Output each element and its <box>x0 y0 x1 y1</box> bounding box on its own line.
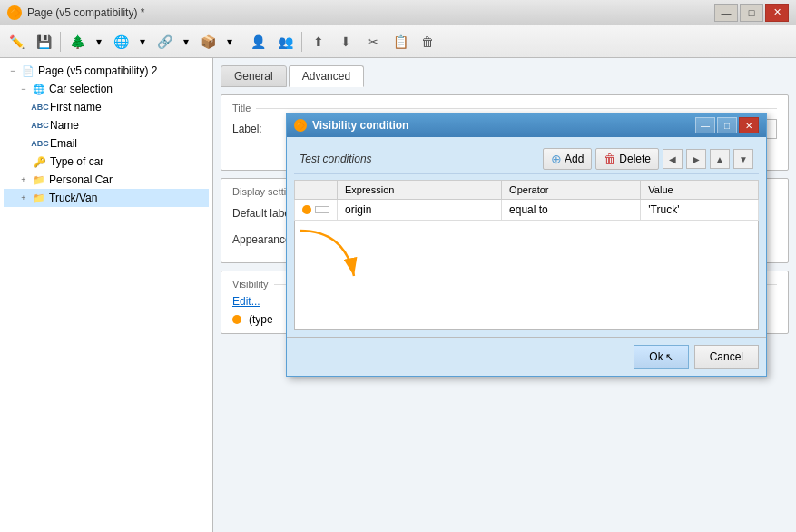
add-icon: ⊕ <box>551 152 562 166</box>
page-icon: 📄 <box>21 64 35 78</box>
condition-preview: (type <box>249 313 273 326</box>
key-icon: 🔑 <box>33 154 47 169</box>
folder-icon-2: 📁 <box>32 191 46 205</box>
dialog-title-left: 🔶 Visibility condition <box>294 119 408 132</box>
nav-left[interactable]: ◀ <box>663 149 683 169</box>
toolbar-cut[interactable]: ✂ <box>360 29 386 54</box>
expand-personal[interactable]: + <box>18 174 29 185</box>
tab-bar: General Advanced <box>221 65 789 87</box>
tree-label: Email <box>50 137 77 150</box>
dialog-close[interactable]: ✕ <box>739 117 759 133</box>
add-label: Add <box>565 153 584 165</box>
tree-label: Truck/Van <box>49 192 97 204</box>
nav-right[interactable]: ▶ <box>686 149 706 169</box>
toolbar-link-dropdown[interactable]: ▾ <box>179 33 193 51</box>
delete-label: Delete <box>619 153 651 165</box>
toolbar-person-add[interactable]: 👥 <box>272 29 298 54</box>
expand-truck[interactable]: + <box>18 192 29 203</box>
delete-condition-button[interactable]: 🗑 Delete <box>595 148 659 170</box>
add-condition-button[interactable]: ⊕ Add <box>543 148 592 170</box>
condition-table: Expression Operator Value <box>294 180 759 221</box>
toolbar-down[interactable]: ⬇ <box>333 29 359 54</box>
tree-item-email[interactable]: ABC Email <box>4 134 209 153</box>
condition-icon <box>302 205 329 214</box>
empty-area <box>294 221 759 330</box>
row-expression: origin <box>338 200 502 221</box>
abc-icon-2: ABC <box>33 118 47 133</box>
close-button[interactable]: ✕ <box>765 4 789 22</box>
table-row[interactable]: origin equal to 'Truck' <box>295 200 759 221</box>
tree-item-typeofcar[interactable]: 🔑 Type of car <box>4 153 209 171</box>
toolbar-sep1 <box>60 32 61 52</box>
ok-button[interactable]: Ok ↖ <box>634 345 688 369</box>
expand-root[interactable]: − <box>7 65 18 76</box>
dialog-icon: 🔶 <box>294 119 307 132</box>
main-layout: − 📄 Page (v5 compatibility) 2 − 🌐 Car se… <box>0 58 796 532</box>
abc-icon-3: ABC <box>33 136 47 151</box>
toolbar-edit[interactable]: ✏️ <box>4 29 29 54</box>
tree-item-personalcar[interactable]: + 📁 Personal Car <box>4 171 209 189</box>
nav-up[interactable]: ▲ <box>710 149 730 169</box>
row-operator: equal to <box>502 200 641 221</box>
dialog-title-text: Visibility condition <box>312 119 408 132</box>
expand-car[interactable]: − <box>18 84 29 94</box>
minimize-button[interactable]: — <box>714 4 738 22</box>
toolbar-box[interactable]: 📦 <box>195 29 221 54</box>
maximize-button[interactable]: □ <box>740 4 763 22</box>
edit-link[interactable]: Edit... <box>232 295 260 308</box>
right-panel: General Advanced Title Label: Display Di… <box>213 58 796 532</box>
row-value: 'Truck' <box>641 200 759 221</box>
row-indicator <box>295 200 338 221</box>
col-operator: Operator <box>502 181 641 200</box>
title-bar: 🔶 Page (v5 compatibility) * — □ ✕ <box>0 0 796 25</box>
toolbar-box-dropdown[interactable]: ▾ <box>222 33 237 51</box>
left-panel: − 📄 Page (v5 compatibility) 2 − 🌐 Car se… <box>0 58 213 532</box>
tree-root[interactable]: − 📄 Page (v5 compatibility) 2 <box>4 62 209 80</box>
main-toolbar: ✏️ 💾 🌲 ▾ 🌐 ▾ 🔗 ▾ 📦 ▾ 👤 👥 ⬆ ⬇ ✂ 📋 🗑 <box>0 25 796 58</box>
dialog-maximize[interactable]: □ <box>717 117 737 133</box>
delete-icon: 🗑 <box>604 152 616 166</box>
folder-icon-1: 📁 <box>32 172 46 187</box>
toolbar-tree[interactable]: 🌲 <box>64 29 90 54</box>
toolbar-sep3 <box>301 32 302 52</box>
tree-item-truckvan[interactable]: + 📁 Truck/Van <box>4 189 209 207</box>
toolbar-globe-dropdown[interactable]: ▾ <box>135 33 150 51</box>
nav-down[interactable]: ▼ <box>733 149 753 169</box>
tree-label: Type of car <box>50 155 103 168</box>
toolbar-up[interactable]: ⬆ <box>306 29 331 54</box>
toolbar-tree-dropdown[interactable]: ▾ <box>92 33 106 51</box>
tree-item-name[interactable]: ABC Name <box>4 116 209 134</box>
tree-item-firstname[interactable]: ABC First name <box>4 98 209 116</box>
tree-item-car-selection[interactable]: − 🌐 Car selection <box>4 80 209 98</box>
dialog-body: Test conditions ⊕ Add 🗑 Delete ◀ ▶ ▲ <box>287 137 766 337</box>
tab-general[interactable]: General <box>221 65 287 87</box>
tree-root-label: Page (v5 compatibility) 2 <box>38 64 157 77</box>
tree-label: Personal Car <box>49 173 113 186</box>
tree-label: Name <box>50 119 79 132</box>
dialog-toolbar: Test conditions ⊕ Add 🗑 Delete ◀ ▶ ▲ <box>294 144 759 174</box>
dialog-title-bar: 🔶 Visibility condition — □ ✕ <box>287 113 766 137</box>
visibility-dialog: 🔶 Visibility condition — □ ✕ Test condit… <box>286 113 767 377</box>
toolbar-person[interactable]: 👤 <box>245 29 270 54</box>
tree-label: First name <box>50 101 102 113</box>
cancel-button[interactable]: Cancel <box>694 345 759 369</box>
dialog-toolbar-label: Test conditions <box>300 153 372 165</box>
tab-advanced[interactable]: Advanced <box>289 65 364 87</box>
col-indicator <box>295 181 338 200</box>
globe-icon: 🌐 <box>32 82 46 96</box>
col-value: Value <box>641 181 759 200</box>
dialog-footer: Ok ↖ Cancel <box>287 337 766 376</box>
orange-dot <box>232 315 241 324</box>
toolbar-globe[interactable]: 🌐 <box>108 29 133 54</box>
cancel-label: Cancel <box>710 350 743 363</box>
window-controls: — □ ✕ <box>714 4 789 22</box>
toolbar-copy[interactable]: 📋 <box>388 29 413 54</box>
toolbar-save[interactable]: 💾 <box>31 29 56 54</box>
dialog-toolbar-right: ⊕ Add 🗑 Delete ◀ ▶ ▲ ▼ <box>543 148 753 170</box>
col-expression: Expression <box>338 181 502 200</box>
toolbar-link[interactable]: 🔗 <box>152 29 177 54</box>
tree-label: Car selection <box>49 83 113 95</box>
abc-icon-1: ABC <box>33 100 47 114</box>
toolbar-delete[interactable]: 🗑 <box>415 29 440 54</box>
dialog-minimize[interactable]: — <box>695 117 715 133</box>
